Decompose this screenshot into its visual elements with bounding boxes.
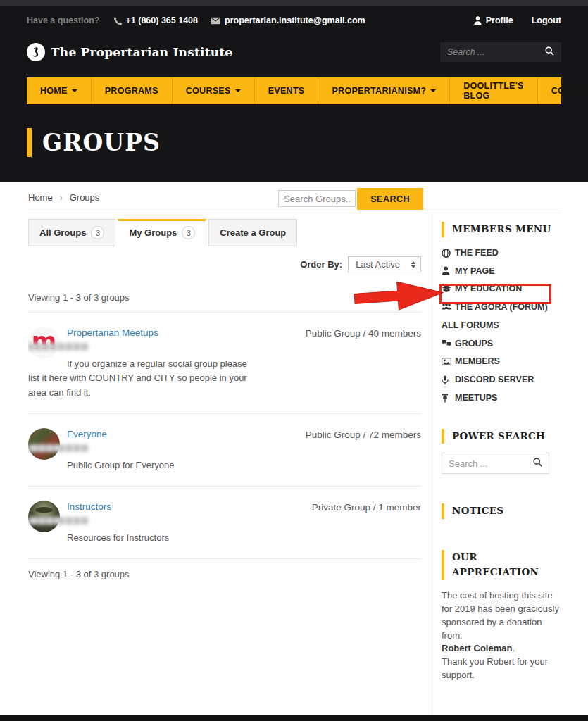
- group-description: Public Group for Everyone: [28, 458, 261, 472]
- header-search-input[interactable]: [447, 47, 545, 57]
- group-name-link[interactable]: Propertarian Meetups: [67, 327, 158, 338]
- my-groups-count-badge: 3: [182, 226, 195, 239]
- divider: [28, 312, 421, 313]
- content-area: Home › Groups SEARCH All Groups 3 My Gro…: [0, 182, 588, 721]
- page-title-band: GROUPS: [0, 104, 588, 182]
- members-menu-title: MEMBERS MENU: [442, 222, 560, 237]
- groups-icon: [442, 339, 455, 348]
- power-search-input[interactable]: [449, 458, 533, 469]
- notices-title: NOTICES: [442, 503, 560, 519]
- nav-item-events[interactable]: EVENTS: [254, 77, 318, 104]
- site-title[interactable]: The Propertarian Institute: [51, 45, 232, 59]
- nav-item-propertarianism[interactable]: PROPERTARIANISM?: [318, 77, 449, 104]
- sidebar-item-groups[interactable]: GROUPS: [442, 337, 560, 351]
- tab-create-a-group[interactable]: Create a Group: [208, 219, 297, 246]
- pin-icon: [442, 394, 455, 403]
- education-icon: [442, 285, 455, 294]
- breadcrumb-row: Home › Groups SEARCH: [28, 188, 560, 213]
- sidebar-item-all-forums[interactable]: ALL FORUMS: [442, 319, 560, 332]
- breadcrumb-home[interactable]: Home: [28, 192, 53, 203]
- order-by-label: Order By:: [300, 259, 342, 270]
- sidebar-item-the-agora-forum[interactable]: THE AGORA (FORUM): [442, 301, 560, 314]
- tab-all-groups[interactable]: All Groups 3: [28, 219, 115, 246]
- sidebar-item-my-page[interactable]: MY PAGE: [442, 265, 560, 278]
- members-icon: [442, 358, 455, 365]
- have-a-question-label: Have a question?: [27, 15, 100, 25]
- email-address: propertarian.institute@gmail.com: [225, 15, 365, 25]
- group-meta: Public Group / 40 members: [306, 328, 421, 339]
- group-description: Resources for Instructors: [28, 531, 261, 545]
- breadcrumb-separator: ›: [60, 193, 63, 203]
- logout-link[interactable]: Logout: [532, 15, 561, 25]
- groups-main-column: All Groups 3 My Groups 3 Create a Group …: [28, 213, 421, 721]
- divider: [28, 558, 421, 559]
- appreciation-text: The cost of hosting this site for 2019 h…: [442, 589, 560, 682]
- chevron-down-icon: [430, 89, 436, 92]
- power-search-section: POWER SEARCH: [442, 429, 560, 475]
- window-bottom-strip: [0, 715, 588, 721]
- profile-link[interactable]: Profile: [474, 15, 513, 25]
- microphone-icon: [442, 375, 455, 384]
- groups-search: SEARCH: [278, 188, 423, 210]
- phone-contact[interactable]: +1 (860) 365 1408: [113, 15, 199, 25]
- group-list-item: m Public Group / 40 members Propertarian…: [28, 322, 421, 403]
- phone-number: +1 (860) 365 1408: [126, 15, 199, 25]
- header-search-box[interactable]: [440, 42, 561, 62]
- group-name-link[interactable]: Instructors: [67, 501, 111, 512]
- chevron-down-icon: [235, 89, 241, 92]
- page-title: GROUPS: [27, 128, 161, 157]
- select-stepper-icon: [411, 261, 415, 268]
- search-icon[interactable]: [533, 457, 542, 470]
- order-by-select[interactable]: Last Active: [348, 256, 421, 272]
- nav-item-doolittles-blog[interactable]: DOOLITTLE'S BLOG: [449, 77, 537, 104]
- groups-search-input[interactable]: [278, 190, 356, 207]
- site-header: Have a question? +1 (860) 365 1408 prope…: [0, 6, 588, 182]
- window-edge-strip: [0, 0, 588, 6]
- all-groups-count-badge: 3: [91, 226, 104, 239]
- group-description: If you organize a regular social group p…: [28, 357, 261, 399]
- viewing-count-top: Viewing 1 - 3 of 3 groups: [28, 292, 421, 303]
- forum-icon: [442, 303, 455, 311]
- user-icon: [442, 266, 455, 275]
- redacted-timestamp: [28, 517, 89, 525]
- group-meta: Public Group / 72 members: [306, 430, 421, 440]
- sidebar-item-members[interactable]: MEMBERS: [442, 355, 560, 368]
- order-by-row: Order By: Last Active: [28, 256, 421, 272]
- envelope-icon: [211, 17, 220, 25]
- notices-section: NOTICES: [442, 503, 560, 519]
- nav-item-programs[interactable]: PROGRAMS: [91, 77, 172, 104]
- tab-my-groups[interactable]: My Groups 3: [118, 219, 206, 246]
- breadcrumb: Home › Groups: [28, 192, 99, 203]
- nav-item-home[interactable]: HOME: [27, 77, 91, 104]
- divider: [28, 486, 421, 487]
- group-meta: Private Group / 1 member: [312, 502, 421, 513]
- top-utility-bar: Have a question? +1 (860) 365 1408 prope…: [0, 6, 588, 35]
- sidebar-item-my-education[interactable]: MY EDUCATION: [442, 282, 560, 296]
- redacted-timestamp: [28, 444, 89, 452]
- globe-icon: [442, 249, 455, 258]
- nav-item-contact[interactable]: CONTACT: [537, 77, 588, 104]
- sidebar-item-meetups[interactable]: MEETUPS: [442, 391, 560, 405]
- redacted-timestamp: [28, 343, 89, 351]
- chevron-down-icon: [72, 89, 77, 92]
- email-contact[interactable]: propertarian.institute@gmail.com: [211, 15, 365, 25]
- groups-search-button[interactable]: SEARCH: [357, 188, 423, 210]
- page: Have a question? +1 (860) 365 1408 prope…: [0, 0, 588, 721]
- sidebar-item-discord-server[interactable]: DISCORD SERVER: [442, 373, 560, 387]
- group-name-link[interactable]: Everyone: [67, 429, 107, 439]
- nav-item-courses[interactable]: COURSES: [172, 77, 254, 104]
- group-list-item: Public Group / 72 members Everyone Publi…: [28, 423, 421, 477]
- sidebar-item-the-feed[interactable]: THE FEED: [442, 246, 560, 260]
- search-icon[interactable]: [545, 46, 554, 58]
- divider: [28, 413, 421, 414]
- viewing-count-bottom: Viewing 1 - 3 of 3 groups: [28, 569, 421, 579]
- main-navigation: HOME PROGRAMS COURSES EVENTS PROPERTARIA…: [27, 77, 561, 104]
- site-logo-swan-icon[interactable]: [27, 43, 45, 61]
- power-search-title: POWER SEARCH: [442, 429, 560, 444]
- donor-name: Robert Coleman: [442, 643, 512, 653]
- groups-tabs: All Groups 3 My Groups 3 Create a Group: [28, 219, 421, 246]
- sidebar: MEMBERS MENU THE FEED MY PAGE: [432, 213, 560, 721]
- appreciation-title: OUR APPRECIATION: [442, 550, 560, 580]
- power-search-box[interactable]: [442, 453, 549, 474]
- breadcrumb-groups[interactable]: Groups: [70, 192, 100, 203]
